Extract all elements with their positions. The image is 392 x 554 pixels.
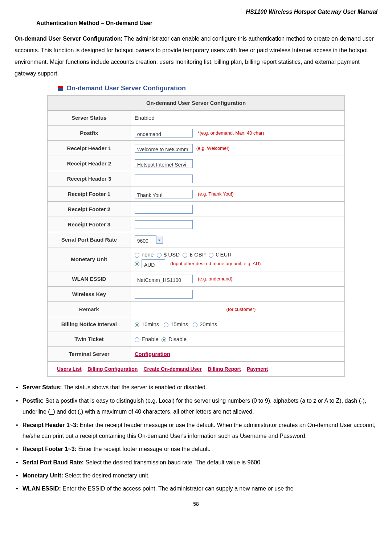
b7-bold: WLAN ESSID: <box>23 485 61 492</box>
label-rf1: Receipt Footer 1 <box>48 186 131 202</box>
bullet-receipt-footer: Receipt Footer 1~3: Enter the receipt fo… <box>15 444 377 455</box>
link-billing-report[interactable]: Billing Report <box>208 366 241 372</box>
label-rh3: Receipt Header 3 <box>48 171 131 186</box>
b5-text: Select the desired transmission baud rat… <box>84 459 262 465</box>
label-billing-interval: Billing Notice Interval <box>48 317 131 332</box>
radio-20mins[interactable] <box>193 323 197 327</box>
opt-eur: € EUR <box>216 251 232 258</box>
config-table: On-demand User Server Configuration Serv… <box>47 95 345 377</box>
product-title: HS1100 Wireless Hotspot Gateway User Man… <box>15 7 377 17</box>
link-payment[interactable]: Payment <box>247 366 268 372</box>
label-baud: Serial Port Baud Rate <box>48 232 131 247</box>
label-server-status: Server Status <box>48 110 131 125</box>
config-title-text: On-demand User Server Configuration <box>66 85 186 92</box>
radio-none[interactable] <box>135 253 139 258</box>
opt-usd: $ USD <box>164 251 180 258</box>
remark-hint: (for customer) <box>226 307 256 312</box>
monetary-hint: (Input other desired monetary unit, e.g.… <box>170 261 261 266</box>
b2-text: Set a postfix that is easy to distinguis… <box>23 398 366 415</box>
label-monetary: Monetary Unit <box>48 247 131 271</box>
radio-usd[interactable] <box>157 253 162 258</box>
opt-gbp: £ GBP <box>190 251 206 258</box>
bullet-postfix: Postfix: Set a postfix that is easy to d… <box>15 395 377 418</box>
label-essid: WLAN ESSID <box>48 271 131 287</box>
label-remark: Remark <box>48 302 131 317</box>
label-rf2: Receipt Footer 2 <box>48 202 131 217</box>
link-users-list[interactable]: Users List <box>57 366 82 372</box>
page-number: 58 <box>15 500 377 508</box>
rf2-input[interactable] <box>135 205 193 214</box>
radio-eur[interactable] <box>209 253 213 258</box>
radio-twin-enable[interactable] <box>135 337 139 342</box>
rf1-input[interactable]: Thank You! <box>135 190 193 198</box>
rf1-hint: (e.g. Thank You!) <box>198 191 234 197</box>
radio-custom[interactable] <box>135 262 139 266</box>
wkey-input[interactable] <box>135 290 193 299</box>
b1-text: The status shows that the server is enab… <box>62 384 207 390</box>
opt-10mins: 10mins <box>142 321 159 327</box>
chevron-down-icon[interactable]: ▾ <box>156 236 163 244</box>
rf3-input[interactable] <box>135 220 193 229</box>
postfix-hint: *(e.g. ondemand, Max: 40 char) <box>198 130 264 136</box>
b3-bold: Receipt Header 1~3: <box>23 422 78 428</box>
config-icon <box>58 86 63 91</box>
label-rf3: Receipt Footer 3 <box>48 217 131 232</box>
b4-text: Enter the receipt footer message or use … <box>77 446 211 452</box>
b6-bold: Monetary Unit: <box>23 472 63 479</box>
opt-20mins: 20mins <box>200 321 217 327</box>
bullet-server-status: Server Status: The status shows that the… <box>15 382 377 393</box>
bullet-essid: WLAN ESSID: Enter the ESSID of the acces… <box>15 483 377 494</box>
opt-enable: Enable <box>142 336 159 342</box>
essid-hint: (e.g. ondemand) <box>198 276 232 282</box>
b5-bold: Serial Port Baud Rate: <box>23 459 84 465</box>
b1-bold: Server Status: <box>23 384 62 390</box>
radio-15mins[interactable] <box>164 323 168 327</box>
intro-lead-bold: On-demand User Server Configuration: <box>15 36 123 42</box>
b4-bold: Receipt Footer 1~3: <box>23 446 77 452</box>
rh1-hint: (e.g. Welcome!) <box>196 145 230 151</box>
opt-disable: Disable <box>168 336 187 342</box>
baud-select[interactable]: 9600 <box>135 235 156 244</box>
essid-input[interactable]: NetComm_HS1100 <box>135 275 193 283</box>
rh1-input[interactable]: Welcome to NetComm <box>135 144 193 153</box>
label-wkey: Wireless Key <box>48 287 131 302</box>
b7-text: Enter the ESSID of the access point. The… <box>61 485 294 492</box>
label-rh1: Receipt Header 1 <box>48 141 131 156</box>
section-heading: Authentication Method – On-demand User <box>36 19 377 28</box>
radio-10mins[interactable] <box>135 323 139 327</box>
opt-15mins: 15mins <box>171 321 188 327</box>
bullet-baud: Serial Port Baud Rate: Select the desire… <box>15 457 377 468</box>
terminal-config-link[interactable]: Configuration <box>135 351 170 357</box>
monetary-custom-input[interactable]: AUD <box>142 259 165 268</box>
bottom-links-row: Users List Billing Configuration Create … <box>48 362 345 377</box>
bullet-list: Server Status: The status shows that the… <box>15 382 377 495</box>
label-rh2: Receipt Header 2 <box>48 156 131 171</box>
radio-gbp[interactable] <box>183 253 187 258</box>
radio-twin-disable[interactable] <box>162 337 166 342</box>
postfix-input[interactable]: ondemand <box>135 129 193 138</box>
config-title: On-demand User Server Configuration <box>58 83 377 94</box>
b2-bold: Postfix: <box>23 398 44 404</box>
bullet-receipt-header: Receipt Header 1~3: Enter the receipt he… <box>15 420 377 442</box>
link-create-ondemand[interactable]: Create On-demand User <box>143 366 201 372</box>
table-header: On-demand User Server Configuration <box>48 95 345 110</box>
label-postfix: Postfix <box>48 125 131 140</box>
rh2-input[interactable]: Hotspot Internet Servi <box>135 159 193 168</box>
label-terminal: Terminal Server <box>48 347 131 362</box>
opt-none: none <box>142 251 154 258</box>
bullet-monetary: Monetary Unit: Select the desired moneta… <box>15 470 377 481</box>
rh3-input[interactable] <box>135 175 193 183</box>
label-twin: Twin Ticket <box>48 332 131 347</box>
intro-paragraph: On-demand User Server Configuration: The… <box>15 33 377 79</box>
b6-text: Select the desired monetary unit. <box>63 472 150 479</box>
value-server-status: Enabled <box>131 110 344 125</box>
link-billing-config[interactable]: Billing Configuration <box>87 366 138 372</box>
